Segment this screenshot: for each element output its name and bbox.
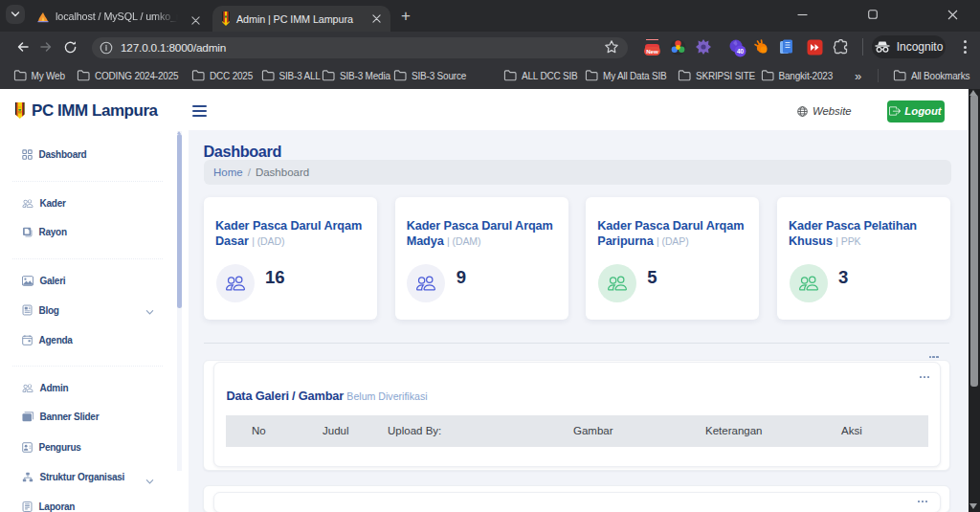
svg-text:40: 40 — [736, 48, 744, 55]
svg-text:New: New — [646, 48, 658, 55]
